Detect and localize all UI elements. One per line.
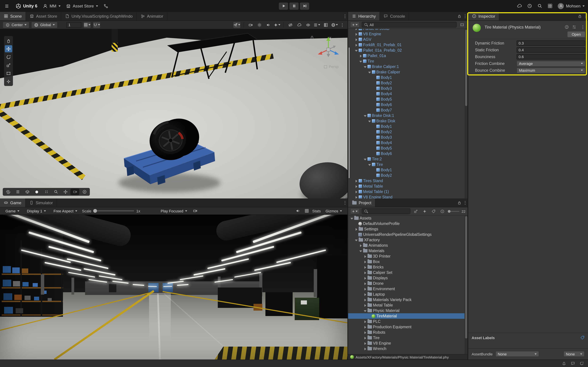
scene-picker-icon[interactable] <box>459 23 466 27</box>
hierarchy-item[interactable]: Brake Caliper:1 <box>348 64 467 69</box>
notifications-bell-icon[interactable] <box>562 361 566 366</box>
hierarchy-scrollbar[interactable] <box>465 29 467 199</box>
layout-icon[interactable] <box>548 3 553 8</box>
inspector-header-menu-icon[interactable] <box>580 25 585 30</box>
property-dropdown[interactable]: Maximum <box>517 67 585 73</box>
background-tasks-icon[interactable] <box>579 361 584 366</box>
projection-toggle[interactable]: Persp <box>324 65 339 69</box>
hierarchy-item[interactable]: Body2 <box>348 173 467 178</box>
scale-slider-thumb[interactable] <box>93 209 97 213</box>
gizmo-y-label[interactable]: y <box>329 36 331 39</box>
hierarchy-item[interactable]: V8 Engine Stand› <box>348 194 467 199</box>
project-menu-icon[interactable] <box>463 200 467 205</box>
project-item[interactable]: Bricks <box>348 264 467 270</box>
help-icon[interactable] <box>564 25 569 29</box>
hierarchy-item[interactable]: Body1 <box>348 75 467 80</box>
project-search[interactable] <box>362 208 411 214</box>
tab-hierarchy[interactable]: Hierarchy <box>348 12 380 20</box>
project-item[interactable]: Caliper Set <box>348 270 467 275</box>
main-menu-icon[interactable] <box>3 4 10 8</box>
sphere-shading-icon[interactable] <box>32 189 41 195</box>
step-button[interactable] <box>300 2 309 9</box>
project-item[interactable]: Settings <box>348 226 467 232</box>
rect-tool-icon[interactable] <box>5 70 12 77</box>
scene-effects-dropdown[interactable] <box>274 22 280 28</box>
game-viewport[interactable] <box>0 215 347 359</box>
assetbundle-variant-dropdown[interactable]: None <box>563 351 585 357</box>
grid-size-field[interactable] <box>66 22 81 28</box>
project-item[interactable]: Laptop <box>348 292 467 297</box>
capture-icon[interactable] <box>192 208 199 214</box>
project-item[interactable]: Tire <box>348 335 467 341</box>
expand-arrow[interactable] <box>355 190 358 193</box>
search-icon[interactable] <box>537 3 543 8</box>
hierarchy-item[interactable]: Fanuc M 900iB <box>348 29 467 31</box>
project-item[interactable]: PLC <box>348 319 467 324</box>
create-asset-button[interactable] <box>350 208 360 214</box>
hierarchy-item[interactable]: Body1 <box>348 124 467 129</box>
scene-toolbar-menu-icon[interactable] <box>340 22 345 27</box>
hierarchy-menu-icon[interactable] <box>463 14 467 19</box>
orbit-tool-icon[interactable] <box>4 189 13 195</box>
account-dropdown[interactable]: Mohsen <box>558 3 585 9</box>
cloud-icon[interactable] <box>517 3 522 8</box>
scale-tool-icon[interactable] <box>5 61 12 69</box>
expand-arrow[interactable] <box>368 119 372 123</box>
hierarchy-item[interactable]: Tires Stand› <box>348 178 467 184</box>
inspector-menu-icon[interactable] <box>583 14 588 19</box>
hierarchy-item[interactable]: Body3 <box>348 86 467 91</box>
hierarchy-item[interactable]: Body6 <box>348 151 467 156</box>
open-asset-icon[interactable] <box>413 209 419 213</box>
open-button[interactable]: Open <box>567 31 585 37</box>
hidden-items-icon[interactable] <box>439 209 446 213</box>
tab-animator[interactable]: Animator <box>137 12 167 20</box>
tab-graph-window[interactable]: Unity.VisualScripting.GraphWindo <box>61 12 137 20</box>
presets-icon[interactable] <box>572 25 576 29</box>
expand-arrow[interactable] <box>363 320 367 323</box>
rotate-tool-icon[interactable] <box>5 53 12 60</box>
property-field[interactable] <box>517 41 585 46</box>
expand-arrow[interactable] <box>363 347 367 350</box>
property-field[interactable] <box>517 54 585 59</box>
expand-arrow[interactable] <box>363 309 367 312</box>
expand-arrow[interactable] <box>355 49 358 52</box>
panel-lock-icon[interactable] <box>456 12 463 20</box>
hierarchy-item[interactable]: V8 Engine› <box>348 31 467 37</box>
expand-arrow[interactable] <box>355 38 358 41</box>
expand-arrow[interactable] <box>363 254 367 258</box>
camera-preview-icon[interactable] <box>70 189 79 195</box>
tab-scene[interactable]: Scene <box>0 12 26 20</box>
tab-asset-store[interactable]: Asset Store <box>26 12 61 20</box>
create-object-button[interactable] <box>350 22 360 27</box>
hierarchy-item[interactable]: Body1 <box>348 167 467 173</box>
project-item[interactable]: Production Equipment <box>348 324 467 330</box>
expand-arrow[interactable] <box>363 331 367 334</box>
expand-arrow[interactable] <box>363 260 367 264</box>
inspector-lock-icon[interactable] <box>576 12 583 20</box>
hierarchy-item[interactable]: Tire <box>348 162 467 167</box>
hierarchy-item[interactable]: Body5 <box>348 97 467 102</box>
property-field[interactable] <box>517 47 585 53</box>
gizmos-dropdown[interactable]: Gizmos <box>323 208 345 214</box>
expand-arrow[interactable] <box>368 70 372 74</box>
history-icon[interactable] <box>527 3 532 8</box>
hierarchy-item[interactable]: AGV› <box>348 37 467 42</box>
pivot-mode-dropdown[interactable]: Center <box>3 22 29 28</box>
zoom-tool-icon[interactable] <box>51 189 60 195</box>
hierarchy-item[interactable]: Forklift_01_Prefab_01› <box>348 42 467 48</box>
expand-arrow[interactable] <box>355 238 358 242</box>
hierarchy-item[interactable]: Body6 <box>348 102 467 107</box>
project-item[interactable]: Assets <box>348 216 467 221</box>
split-view-icon[interactable] <box>322 22 329 28</box>
label-tag-icon[interactable] <box>580 335 585 340</box>
project-item[interactable]: Materials <box>348 248 467 253</box>
expand-arrow[interactable] <box>363 157 367 161</box>
mute-audio-icon[interactable] <box>294 208 301 214</box>
tab-project[interactable]: Project <box>348 199 375 207</box>
hierarchy-search[interactable] <box>362 22 457 27</box>
expand-arrow[interactable] <box>363 325 367 329</box>
expand-arrow[interactable] <box>363 271 367 274</box>
hierarchy-item[interactable]: Metal Table› <box>348 184 467 189</box>
panel-lock-icon[interactable] <box>456 199 463 207</box>
favorites-star-icon[interactable] <box>421 209 428 213</box>
